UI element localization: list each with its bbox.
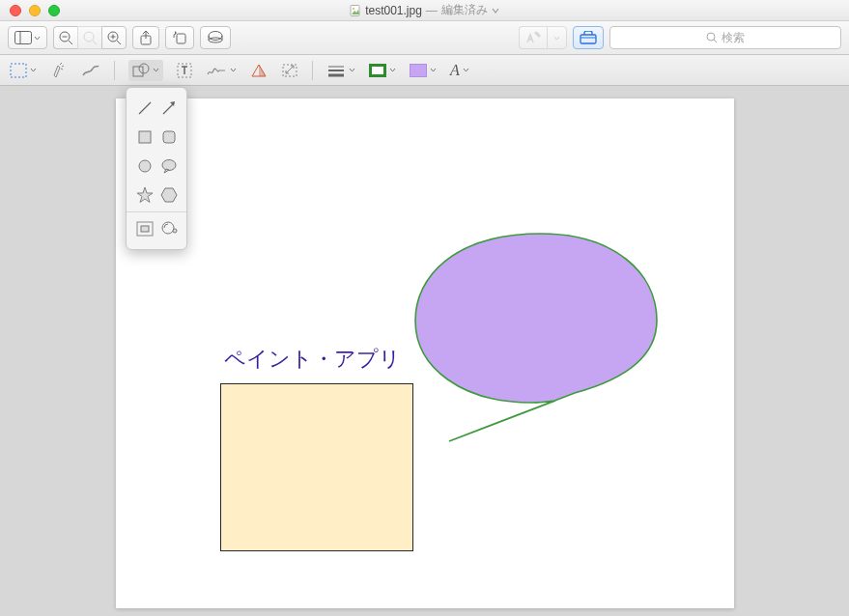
line-weight-tool[interactable] <box>326 64 355 77</box>
svg-line-8 <box>93 41 97 44</box>
svg-point-25 <box>139 64 149 73</box>
svg-rect-14 <box>177 34 185 43</box>
svg-point-35 <box>139 160 151 172</box>
shape-loupe[interactable] <box>158 218 180 239</box>
stroke-color-swatch <box>369 64 386 77</box>
markup-toolbar-toggle-button[interactable] <box>573 26 604 49</box>
svg-rect-0 <box>351 5 359 15</box>
stroke-color-tool[interactable] <box>369 64 396 77</box>
sidebar-toggle-button[interactable] <box>8 26 47 49</box>
highlight-chevron-button[interactable] <box>547 26 567 49</box>
rotate-button[interactable] <box>165 26 194 49</box>
shape-circle[interactable] <box>134 155 156 177</box>
markup-toolbar: A <box>0 55 849 86</box>
adjust-color-tool[interactable] <box>250 63 268 78</box>
view-mode-group <box>8 26 47 49</box>
svg-line-22 <box>714 40 717 42</box>
text-style-icon: A <box>450 62 460 79</box>
svg-line-10 <box>117 41 121 44</box>
svg-point-40 <box>173 229 177 233</box>
instant-alpha-tool[interactable] <box>50 62 68 79</box>
shape-speech-bubble[interactable] <box>158 155 180 177</box>
separator <box>312 61 313 80</box>
shape-line[interactable] <box>134 98 156 119</box>
svg-line-32 <box>163 103 174 114</box>
zoom-window-button[interactable] <box>48 5 60 16</box>
rectangle-shape[interactable] <box>220 383 413 551</box>
separator <box>114 61 115 80</box>
svg-line-31 <box>139 102 151 114</box>
canvas-text[interactable]: ペイント・アプリ <box>224 345 401 374</box>
svg-point-36 <box>162 160 176 171</box>
svg-line-5 <box>69 41 72 44</box>
titlebar: test001.jpg — 編集済み <box>0 0 849 21</box>
title-chevron-icon[interactable] <box>492 7 499 14</box>
fill-color-swatch <box>410 64 427 77</box>
text-style-tool[interactable]: A <box>450 62 469 79</box>
svg-point-15 <box>209 32 222 41</box>
window-controls <box>0 5 60 16</box>
window-title: test001.jpg — 編集済み <box>0 2 849 18</box>
signature-tool[interactable] <box>206 63 237 78</box>
title-status: 編集済み <box>441 2 488 18</box>
shape-star[interactable] <box>134 184 156 206</box>
share-button[interactable] <box>132 26 159 49</box>
shapes-popover <box>126 87 187 250</box>
draw-tool[interactable] <box>81 63 100 78</box>
zoom-actual-button[interactable] <box>77 26 101 49</box>
shape-mask[interactable] <box>134 218 156 239</box>
svg-rect-27 <box>283 65 297 76</box>
svg-rect-24 <box>133 67 143 76</box>
svg-point-1 <box>353 8 354 10</box>
zoom-in-button[interactable] <box>101 26 127 49</box>
svg-rect-33 <box>139 131 151 143</box>
svg-rect-34 <box>163 131 175 143</box>
svg-point-21 <box>707 33 715 41</box>
text-tool[interactable] <box>177 63 192 78</box>
zoom-group <box>53 26 127 49</box>
canvas[interactable]: ペイント・アプリ <box>116 98 734 608</box>
highlight-button[interactable] <box>519 26 547 49</box>
search-field[interactable]: 検索 <box>609 26 841 49</box>
speech-bubble-shape[interactable] <box>396 224 676 446</box>
search-placeholder: 検索 <box>722 30 745 46</box>
search-icon <box>706 32 718 43</box>
file-icon <box>350 5 361 16</box>
minimize-window-button[interactable] <box>29 5 41 16</box>
title-separator: — <box>426 4 438 17</box>
shape-hexagon[interactable] <box>158 184 180 206</box>
close-window-button[interactable] <box>10 5 21 16</box>
zoom-out-button[interactable] <box>53 26 77 49</box>
title-filename: test001.jpg <box>365 4 422 17</box>
svg-rect-19 <box>580 35 596 43</box>
markup-color-button[interactable] <box>200 26 231 49</box>
primary-toolbar: 検索 <box>0 21 849 55</box>
shape-square[interactable] <box>134 126 156 148</box>
selection-tool[interactable] <box>10 63 37 78</box>
annotate-group <box>519 26 567 49</box>
shape-arrow[interactable] <box>158 98 180 119</box>
shapes-tool[interactable] <box>128 60 163 81</box>
svg-rect-23 <box>11 64 26 77</box>
fill-color-tool[interactable] <box>410 64 437 77</box>
svg-rect-38 <box>141 226 149 232</box>
svg-rect-2 <box>15 32 32 44</box>
adjust-size-tool[interactable] <box>281 63 298 78</box>
svg-point-7 <box>84 32 94 42</box>
shape-rounded-rect[interactable] <box>158 126 180 148</box>
